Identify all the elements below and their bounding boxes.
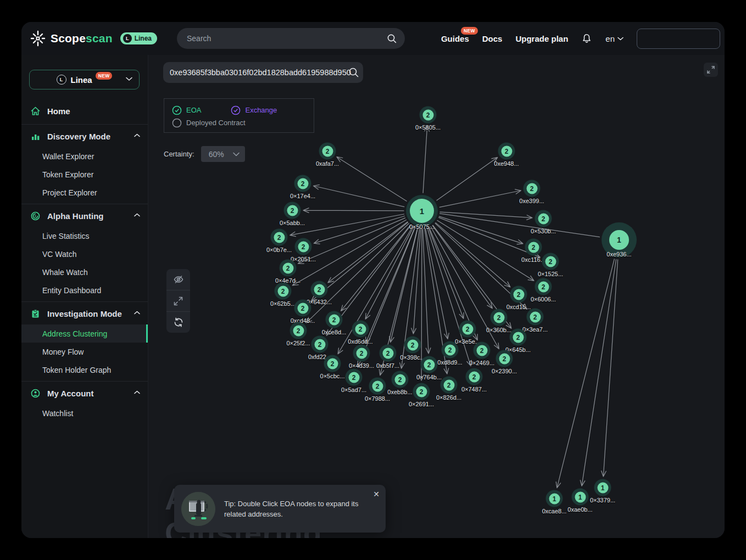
node-count: 2: [499, 353, 510, 364]
sidebar-item-token-holder-graph[interactable]: Token Holder Graph: [21, 361, 148, 379]
notifications-bell-icon[interactable]: [581, 33, 592, 44]
nav-guides[interactable]: Guides NEW: [441, 34, 469, 43]
node-ring: 2: [535, 278, 552, 295]
chevron-up-icon: [134, 213, 140, 217]
sidebar-item-token-explorer[interactable]: Token Explorer: [21, 165, 148, 183]
node-ring: 2: [294, 175, 311, 192]
graph-canvas[interactable]: Address Clustering: [148, 55, 725, 538]
node-count: 2: [538, 213, 549, 224]
logo-burst-icon: [30, 30, 46, 47]
node-count: 2: [530, 311, 541, 322]
node-ring: 2: [442, 341, 459, 359]
search-input[interactable]: [187, 34, 387, 43]
refresh-button[interactable]: [166, 311, 190, 333]
node-ring: 2: [498, 143, 515, 160]
graph-node-label: 0xe936...: [606, 251, 631, 257]
header-panel-placeholder[interactable]: [637, 29, 720, 49]
sidebar-item-entity-dashboard[interactable]: Entity Dashboard: [21, 281, 148, 299]
section-header-discovery-mode[interactable]: Discovery Mode: [21, 126, 148, 147]
global-search[interactable]: [177, 28, 405, 49]
node-count: 2: [493, 312, 504, 323]
hide-labels-button[interactable]: [166, 269, 190, 290]
sidebar-item-home[interactable]: Home: [21, 100, 148, 122]
sidebar-item-watchlist[interactable]: Watchlist: [21, 404, 148, 422]
address-input[interactable]: [163, 62, 363, 83]
graph-node-label: 0×530b...: [531, 228, 556, 234]
node-ring: 2: [459, 321, 476, 338]
certainty-control: Certainty: 60%: [164, 146, 245, 162]
search-icon: [387, 33, 397, 44]
sidebar-item-vc-watch[interactable]: VC Watch: [21, 245, 148, 263]
address-search-box[interactable]: [163, 62, 363, 83]
sidebar-item-address-clustering[interactable]: Address Clustering: [21, 324, 148, 343]
node-count: 2: [513, 332, 524, 343]
expand-graph-button[interactable]: [166, 290, 190, 311]
node-ring: 2: [353, 345, 370, 362]
graph-node-label: 0×5abb...: [280, 220, 305, 226]
node-ring: 2: [311, 281, 328, 298]
sidebar-item-whale-watch[interactable]: Whale Watch: [21, 263, 148, 281]
node-count: 2: [329, 314, 339, 325]
header-nav: Guides NEW Docs Upgrade plan en: [441, 22, 720, 55]
nav-docs[interactable]: Docs: [482, 34, 503, 43]
logo-text: Scopescan: [51, 32, 113, 45]
chevron-up-icon: [134, 390, 140, 394]
graph-node-label: 0×360b...: [486, 327, 511, 333]
node-ring: 2: [527, 309, 544, 326]
header: Scopescan L Linea Guides NEW Docs Upgrad…: [21, 22, 725, 55]
node-ring: 1: [406, 195, 438, 227]
node-count: 2: [538, 281, 549, 292]
graph-node-label: 0×25f2...: [286, 340, 310, 346]
section-header-alpha-hunting[interactable]: Alpha Hunting: [21, 205, 148, 227]
section-my-account: My Account Watchlist: [21, 381, 148, 422]
node-count: 2: [545, 256, 556, 267]
node-ring: 2: [346, 369, 363, 386]
user-icon: [30, 388, 41, 399]
bar-chart-icon: [30, 131, 41, 142]
sidebar-item-wallet-explorer[interactable]: Wallet Explorer: [21, 147, 148, 165]
node-ring: 2: [380, 345, 397, 362]
chevron-up-icon: [134, 133, 140, 137]
fullscreen-button[interactable]: [704, 63, 718, 77]
node-count: 2: [282, 262, 293, 273]
legend-deployed-contract[interactable]: Deployed Contract: [172, 118, 246, 128]
close-icon[interactable]: ✕: [373, 490, 380, 498]
sidebar-item-live-statistics[interactable]: Live Statistics: [21, 227, 148, 245]
legend-eoa[interactable]: EOA: [172, 105, 201, 115]
node-count: 2: [443, 379, 454, 390]
graph-node-label: 0xafa7...: [316, 160, 339, 167]
node-ring: 2: [319, 143, 336, 160]
graph-node-label: 0xe948...: [494, 160, 519, 167]
node-ring: 2: [404, 337, 421, 354]
node-count: 2: [528, 242, 539, 253]
search-icon: [348, 67, 359, 78]
certainty-dropdown[interactable]: 60%: [201, 146, 245, 162]
graph-node-label: 0xae0b...: [567, 506, 592, 513]
graph-node-label: 0×2390...: [492, 368, 517, 374]
graph-node-label: 0xb5f7...: [376, 362, 399, 369]
language-selector[interactable]: en: [605, 34, 623, 43]
node-ring: 2: [510, 329, 527, 346]
certainty-label: Certainty:: [164, 150, 194, 158]
network-selector[interactable]: L Linea NEW: [29, 70, 140, 89]
nav-upgrade-plan[interactable]: Upgrade plan: [515, 34, 568, 43]
sidebar-item-money-flow[interactable]: Money Flow: [21, 343, 148, 361]
logo[interactable]: Scopescan L Linea: [30, 22, 157, 55]
graph-node-label: 0×764b...: [416, 374, 442, 380]
node-ring: 2: [352, 321, 369, 338]
node-ring: 1: [572, 489, 589, 506]
node-count: 1: [575, 491, 586, 502]
chevron-down-icon: [126, 77, 132, 81]
section-header-my-account[interactable]: My Account: [21, 383, 148, 404]
sidebar-item-project-explorer[interactable]: Project Explorer: [21, 183, 148, 201]
node-ring: 2: [474, 342, 491, 359]
legend-exchange[interactable]: Exchange: [231, 105, 277, 115]
node-count: 2: [513, 289, 524, 300]
node-count: 1: [597, 482, 608, 493]
section-header-investigation-mode[interactable]: Investigation Mode: [21, 303, 148, 324]
node-count: 2: [322, 145, 333, 156]
node-ring: 2: [524, 180, 541, 197]
graph-node-label: 0×0b7e...: [266, 247, 292, 253]
node-ring: 2: [311, 336, 329, 353]
graph-node-label: 0×7988...: [365, 395, 390, 402]
